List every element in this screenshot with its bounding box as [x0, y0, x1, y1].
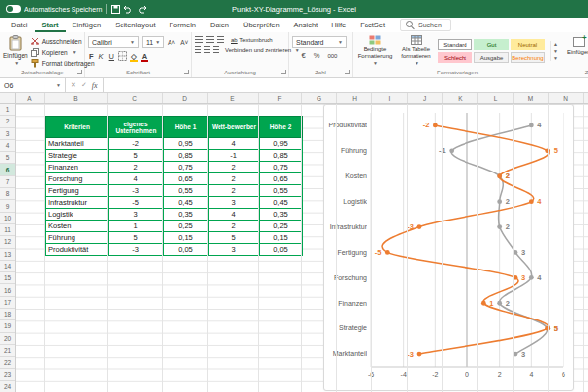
table-header[interactable]: Kriterien: [46, 117, 109, 138]
table-cell[interactable]: 0,45: [164, 197, 209, 209]
undo-icon[interactable]: [123, 5, 133, 14]
column-header-e[interactable]: E: [208, 93, 259, 103]
table-cell[interactable]: Logistik: [46, 209, 109, 220]
row-header-5[interactable]: 5: [0, 152, 15, 164]
align-left-icon[interactable]: [195, 46, 201, 53]
insert-function-icon[interactable]: fx: [92, 81, 98, 90]
dialog-launcher-icon[interactable]: [184, 70, 189, 74]
number-format-select[interactable]: Standard▼: [292, 36, 347, 48]
table-cell[interactable]: Finanzen: [46, 162, 109, 173]
table-cell[interactable]: 3: [209, 197, 260, 209]
redo-icon[interactable]: [137, 5, 147, 14]
font-size-select[interactable]: 11▼: [142, 36, 164, 48]
column-header-m[interactable]: M: [514, 93, 549, 103]
table-cell[interactable]: 5: [109, 150, 164, 162]
ribbon-tab-überprüfen[interactable]: Überprüfen: [236, 18, 287, 32]
italic-button[interactable]: K: [98, 52, 105, 61]
column-header-l[interactable]: L: [478, 93, 514, 103]
row-header-11[interactable]: 11: [0, 224, 15, 236]
paste-button[interactable]: Einfügen ▼: [3, 34, 28, 68]
dialog-launcher-icon[interactable]: [281, 70, 286, 74]
row-header-3[interactable]: 3: [0, 128, 15, 140]
row-header-4[interactable]: 4: [0, 140, 15, 152]
column-header-f[interactable]: F: [259, 93, 302, 103]
table-header[interactable]: eigenes Unternehmen: [109, 117, 164, 138]
percent-format-icon[interactable]: %: [313, 51, 321, 60]
row-header-23[interactable]: 23: [0, 369, 15, 381]
table-cell[interactable]: 0,25: [260, 220, 303, 232]
table-header[interactable]: Höhe 2: [260, 117, 303, 138]
select-all-corner[interactable]: [0, 93, 16, 104]
row-header-18[interactable]: 18: [0, 309, 15, 320]
table-cell[interactable]: 4: [209, 138, 260, 150]
format-as-table-button[interactable]: Als Tabelle formatieren ▼: [397, 35, 435, 67]
table-cell[interactable]: 0,15: [260, 232, 303, 244]
table-cell[interactable]: 3: [209, 244, 260, 256]
align-right-icon[interactable]: [213, 46, 219, 53]
table-cell[interactable]: -3: [109, 185, 164, 197]
save-icon[interactable]: [111, 5, 120, 14]
align-top-icon[interactable]: [195, 36, 203, 43]
column-header-d[interactable]: D: [163, 93, 208, 103]
row-header-15[interactable]: 15: [0, 272, 15, 284]
confirm-entry-icon[interactable]: ✓: [81, 81, 87, 89]
borders-icon[interactable]: [118, 51, 127, 61]
table-cell[interactable]: Kosten: [46, 220, 109, 232]
row-header-10[interactable]: 10: [0, 213, 15, 224]
insert-cells-button[interactable]: Einfügen: [566, 34, 588, 68]
table-cell[interactable]: 0,55: [164, 185, 209, 197]
gallery-down-icon[interactable]: ▼: [553, 48, 558, 54]
table-cell[interactable]: Produktivität: [46, 244, 109, 256]
table-cell[interactable]: 2: [209, 220, 260, 232]
font-name-select[interactable]: Calibri▼: [88, 36, 139, 48]
table-cell[interactable]: Infrastruktur: [46, 197, 109, 209]
gallery-up-icon[interactable]: ▲: [553, 41, 558, 47]
table-header[interactable]: Höhe 1: [164, 117, 209, 138]
row-header-19[interactable]: 19: [0, 320, 15, 332]
table-cell[interactable]: -1: [209, 150, 260, 162]
ribbon-tab-ansicht[interactable]: Ansicht: [287, 18, 325, 32]
table-cell[interactable]: 0,15: [164, 232, 209, 244]
row-header-13[interactable]: 13: [0, 249, 15, 261]
column-header-a[interactable]: A: [16, 93, 45, 103]
row-header-24[interactable]: 24: [0, 381, 15, 392]
table-cell[interactable]: 0,25: [164, 220, 209, 232]
column-header-n[interactable]: N: [549, 93, 584, 103]
gallery-more-icon[interactable]: ▼: [553, 55, 558, 61]
ribbon-tab-seitenlayout[interactable]: Seitenlayout: [108, 18, 162, 32]
table-header[interactable]: Wett-bewerber: [209, 117, 260, 138]
column-header-c[interactable]: C: [108, 93, 163, 103]
table-cell[interactable]: Marktanteil: [46, 138, 109, 150]
align-bottom-icon[interactable]: [217, 36, 224, 43]
column-header-b[interactable]: B: [45, 93, 108, 103]
row-header-14[interactable]: 14: [0, 261, 15, 272]
row-header-17[interactable]: 17: [0, 297, 15, 309]
table-cell[interactable]: 4: [209, 209, 260, 220]
row-header-2[interactable]: 2: [0, 116, 15, 127]
currency-format-icon[interactable]: €: [301, 51, 307, 60]
column-header-g[interactable]: G: [302, 93, 337, 103]
cancel-entry-icon[interactable]: ✕: [71, 81, 76, 89]
row-header-22[interactable]: 22: [0, 357, 15, 368]
table-cell[interactable]: 0,35: [260, 209, 303, 220]
row-header-8[interactable]: 8: [0, 188, 15, 200]
font-color-icon[interactable]: A: [141, 52, 148, 61]
table-cell[interactable]: -3: [109, 244, 164, 256]
cell-style-chip[interactable]: Ausgabe: [474, 52, 509, 63]
column-header-k[interactable]: K: [443, 93, 478, 103]
row-header-16[interactable]: 16: [0, 284, 15, 296]
table-cell[interactable]: 2: [209, 162, 260, 173]
table-cell[interactable]: 0,85: [164, 150, 209, 162]
table-cell[interactable]: 1: [109, 220, 164, 232]
ribbon-tab-daten[interactable]: Daten: [203, 18, 236, 32]
row-header-20[interactable]: 20: [0, 333, 15, 345]
xy-chart[interactable]: -6-4-20246ProduktivitätFührungKostenLogi…: [323, 104, 574, 391]
table-cell[interactable]: 0,95: [260, 138, 303, 150]
formula-input[interactable]: [104, 78, 588, 92]
cell-style-chip[interactable]: Gut: [474, 39, 509, 50]
dialog-launcher-icon[interactable]: [77, 70, 82, 74]
table-cell[interactable]: 0,45: [260, 197, 303, 209]
conditional-formatting-button[interactable]: Bedingte Formatierung ▼: [356, 35, 394, 67]
ribbon-search[interactable]: Suchen: [400, 19, 451, 31]
table-cell[interactable]: 0,65: [164, 173, 209, 185]
